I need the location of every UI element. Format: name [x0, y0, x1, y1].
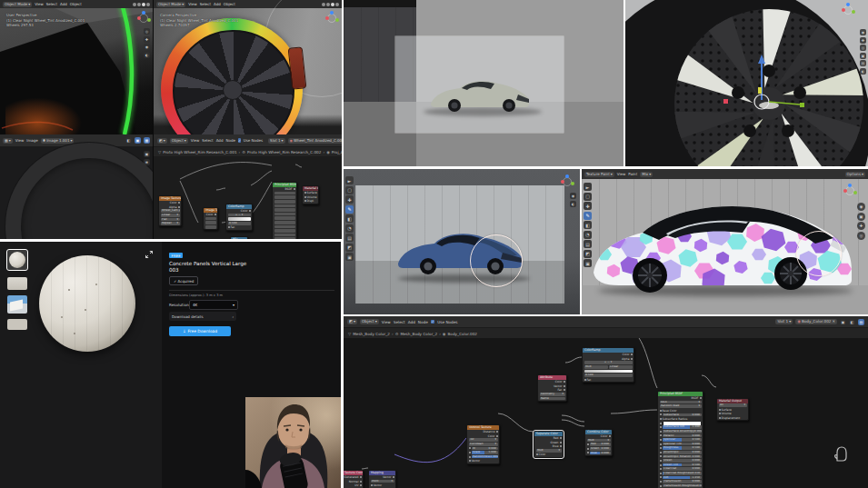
- node-row-subsurface-anisotropy[interactable]: Subsurface Anisotropy0.000: [658, 430, 703, 434]
- node-row-scale[interactable]: Scale5.000: [467, 451, 499, 455]
- silver-car[interactable]: [427, 75, 536, 113]
- node-row-transmission[interactable]: Transmission0.000: [658, 480, 703, 484]
- cursor-tool-icon[interactable]: ✚: [584, 202, 592, 210]
- node-header[interactable]: Combine Color: [585, 430, 612, 434]
- node-texture-coordinate[interactable]: Texture CoordinateGeneratedNormalUVObjec…: [344, 470, 364, 488]
- tweak-tool-icon[interactable]: ►: [345, 176, 354, 184]
- viewport-scene[interactable]: Camera Perspective (1) Clear Night Wheel…: [154, 8, 342, 134]
- node-row-linear[interactable]: Linear▾: [159, 214, 181, 218]
- navigation-gizmo[interactable]: [560, 174, 574, 189]
- thumbnail-photo[interactable]: [7, 295, 27, 314]
- blend-mode-dropdown[interactable]: Mix▾: [640, 172, 653, 177]
- overlay-icon[interactable]: ▤: [858, 319, 864, 325]
- node-row-0-500[interactable]: 0.500: [583, 373, 634, 378]
- breadcrumb-modifier[interactable]: Mesh_Body Color_2: [400, 332, 437, 336]
- node-row-grad[interactable]: [226, 217, 252, 222]
- pin-icon[interactable]: ▣: [840, 319, 846, 325]
- node-canvas[interactable]: Image TextureColorAlphaWheel_Cam.pngLine…: [154, 156, 342, 239]
- select-box-tool-icon[interactable]: ▢: [345, 186, 354, 194]
- navigation-gizmo[interactable]: [843, 184, 857, 198]
- viewport-studio-silver-car[interactable]: [344, 0, 624, 166]
- smear-tool-icon[interactable]: ◔: [345, 224, 354, 233]
- expand-icon[interactable]: [145, 251, 153, 258]
- move-icon[interactable]: ✚: [857, 222, 865, 230]
- node-row-clearcoat-roughness[interactable]: Clearcoat Roughness0.030: [658, 471, 703, 475]
- node-row-roughness[interactable]: Roughness0.500: [658, 446, 703, 451]
- download-details-row[interactable]: Download details›: [169, 312, 236, 321]
- node-row-repeat[interactable]: Repeat▾: [159, 222, 181, 226]
- node-header[interactable]: Texture Coordinate: [344, 471, 363, 475]
- node-row-[interactable]: + − ▾: [583, 361, 634, 365]
- navigation-gizmo[interactable]: [136, 11, 151, 25]
- breadcrumb-object[interactable]: Proto High Wheel_Rim Research_C.001: [163, 150, 236, 154]
- editor-type-dropdown[interactable]: ◩▾: [347, 319, 357, 324]
- paint-mode-icon[interactable]: ◧: [125, 137, 132, 144]
- viewport-wheel-closeup[interactable]: ◉✚◎▣▤◐: [625, 0, 868, 166]
- menu-node[interactable]: Node: [418, 320, 428, 324]
- node-mix[interactable]: MixResultMix▾: [230, 236, 248, 239]
- select-box-tool-icon[interactable]: ▢: [584, 193, 592, 201]
- node-row-random-walk[interactable]: Random Walk▾: [658, 404, 703, 409]
- menu-select[interactable]: Select: [394, 320, 405, 324]
- menu-view[interactable]: View: [617, 172, 626, 176]
- breadcrumb-modifier[interactable]: Proto High Wheel_Rim Research_C.002: [247, 150, 321, 154]
- menu-view[interactable]: View: [35, 2, 44, 6]
- node-combine-color[interactable]: Combine ColorColorRGB▾Red0.000Green0.000…: [584, 429, 613, 456]
- mode-dropdown[interactable]: Object Mode▾: [3, 2, 32, 7]
- node-header[interactable]: Material Output: [303, 186, 318, 191]
- camera-view-icon[interactable]: ◉: [857, 203, 865, 211]
- node-mapping[interactable]: MappingVectorPoint▾VectorLocationX0 mY0 …: [368, 470, 396, 488]
- node-row-3d[interactable]: 3D▾: [467, 438, 499, 443]
- menu-add[interactable]: Add: [214, 2, 221, 6]
- node-principled-bsdf[interactable]: Principled BSDFBSDFGGX▾Random Walk▾Base …: [657, 391, 703, 488]
- free-download-button[interactable]: ↓Free Download: [169, 326, 231, 336]
- shader-mode-dropdown[interactable]: Object▾: [360, 319, 379, 324]
- thumbnail-sphere[interactable]: [7, 250, 27, 270]
- image-save-icon[interactable]: ▣: [135, 137, 141, 144]
- tweak-tool-icon[interactable]: ►: [584, 183, 592, 191]
- zoom-icon[interactable]: ◎: [857, 232, 865, 240]
- smear-tool-icon[interactable]: ◔: [584, 231, 592, 239]
- node-colorramp[interactable]: ColorRampColorAlpha+ − ▾RGBLinear0.500Fa…: [582, 347, 634, 383]
- viewport-paint-camo-car[interactable]: Texture Paint▾ View Paint Mix▾ Options▾ …: [582, 169, 868, 314]
- menu-node[interactable]: Node: [225, 138, 234, 143]
- node-row-specular[interactable]: Specular0.500: [658, 438, 703, 443]
- slot-dropdown[interactable]: Slot 1▾: [775, 319, 793, 324]
- shading-icon[interactable]: ◐: [144, 52, 150, 58]
- menu-select[interactable]: Select: [46, 2, 57, 6]
- node-row-euclidean[interactable]: Euclidean▾: [467, 443, 499, 447]
- menu-select[interactable]: Select: [202, 138, 213, 143]
- node-row-blue[interactable]: Blue0.000: [585, 451, 612, 455]
- image-datablock[interactable]: ✱Image 1.001▾: [41, 138, 75, 144]
- menu-object[interactable]: Object: [70, 2, 82, 6]
- mask-tool-icon[interactable]: ▣: [345, 253, 354, 261]
- menu-view[interactable]: View: [382, 320, 391, 324]
- node-voronoi-texture[interactable]: Voronoi TextureDistanceColor3D▾Euclidean…: [466, 424, 500, 464]
- material-sphere-preview[interactable]: [39, 255, 135, 352]
- clone-tool-icon[interactable]: ▤: [584, 240, 592, 248]
- acquired-button[interactable]: ✓ Acquired: [169, 276, 198, 285]
- menu-view[interactable]: View: [188, 2, 197, 6]
- mask-tool-icon[interactable]: ▣: [584, 259, 592, 267]
- shading-mode-icons[interactable]: [133, 3, 150, 6]
- camera-view-icon[interactable]: ◉: [570, 193, 576, 199]
- zoom-icon[interactable]: ◎: [860, 45, 866, 51]
- node-row-subsurface-ior[interactable]: Subsurface IOR1.400: [658, 425, 703, 430]
- thumbnail-detail[interactable]: [7, 319, 27, 330]
- node-separate-color[interactable]: Separate ColorRedGreenBlueRGB▾Color: [534, 431, 564, 458]
- draw-tool-icon[interactable]: ✎: [345, 205, 354, 214]
- node-row-anisotropic[interactable]: Anisotropic0.000: [658, 451, 703, 455]
- pan-icon[interactable]: ✚: [860, 37, 866, 44]
- node-header[interactable]: Image Texture: [159, 196, 181, 201]
- soften-tool-icon[interactable]: ◧: [584, 221, 592, 229]
- menu-add[interactable]: Add: [60, 2, 67, 6]
- node-row-anisotropic-rotation[interactable]: Anisotropic Rotation0.000: [658, 454, 703, 459]
- node-image-texture[interactable]: Image TextureColor: [203, 207, 218, 230]
- editor-type-dropdown[interactable]: ◩▾: [157, 138, 167, 144]
- breadcrumb-object[interactable]: Mesh_Body Color_2: [353, 332, 390, 336]
- shading-icon[interactable]: ◐: [570, 201, 576, 207]
- fill-tool-icon[interactable]: ◩: [584, 250, 592, 258]
- node-row-ior[interactable]: IOR1.450: [658, 475, 703, 480]
- use-nodes-checkbox[interactable]: ✓: [431, 320, 435, 324]
- toggle-xray-icon[interactable]: ▣: [860, 53, 866, 59]
